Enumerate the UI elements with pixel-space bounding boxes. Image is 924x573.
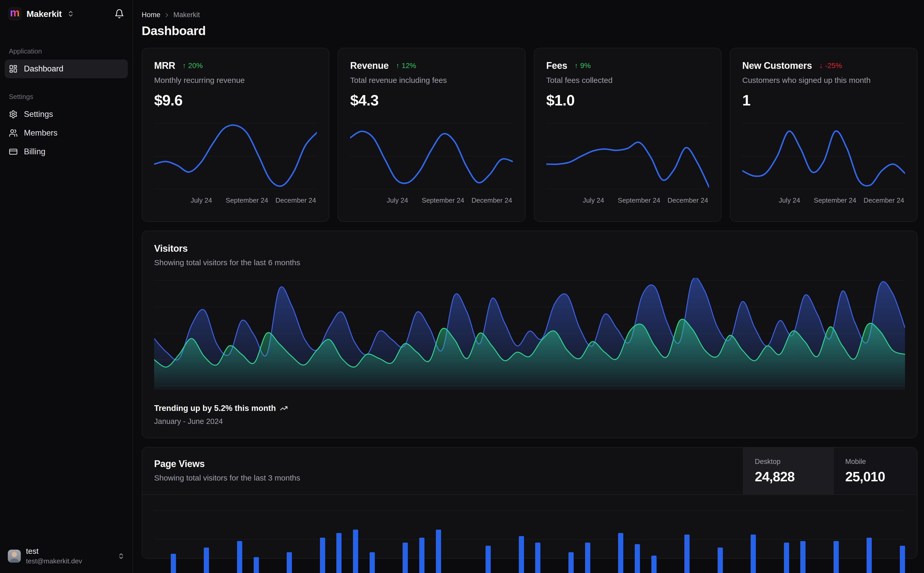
bar [204, 548, 209, 573]
bar [436, 530, 441, 573]
bar [684, 535, 690, 573]
line-chart [154, 121, 317, 191]
x-axis-labels: July 24 September 24 December 24 [546, 195, 709, 206]
gear-icon [9, 110, 18, 119]
bar [618, 533, 623, 573]
sparkline-chart: July 24 September 24 December 24 [154, 121, 317, 206]
page-views-header: Page Views Showing total visitors for th… [142, 448, 917, 495]
notifications-bell-icon[interactable] [115, 9, 124, 19]
user-name: test [26, 547, 82, 556]
page-views-panel: Page Views Showing total visitors for th… [142, 447, 918, 559]
credit-card-icon [9, 147, 18, 156]
sparkline-chart: July 24 September 24 December 24 [742, 121, 905, 206]
page-title: Dashboard [142, 23, 918, 38]
bar [486, 546, 491, 573]
breadcrumb-current: Makerkit [173, 11, 200, 19]
sidebar-nav: Application Dashboard Settings Settings … [5, 47, 128, 161]
trend-badge: ↑ 9% [574, 61, 590, 70]
page-views-bar-chart [154, 495, 905, 573]
nav-group-settings: Settings [5, 93, 128, 101]
bar [353, 530, 358, 573]
trend-value: 20% [188, 61, 203, 70]
x-tick: July 24 [190, 196, 212, 204]
area-chart [154, 278, 905, 390]
breadcrumb-home-link[interactable]: Home [142, 11, 160, 19]
bar-chart [154, 495, 905, 573]
toggle-desktop[interactable]: Desktop 24,828 [743, 448, 833, 494]
x-tick: December 24 [472, 196, 512, 204]
stat-card-title: MRR [154, 60, 175, 71]
bar [336, 533, 342, 573]
chevron-right-icon [163, 12, 170, 19]
sidebar-item-members[interactable]: Members [5, 124, 128, 142]
sidebar-item-dashboard[interactable]: Dashboard [5, 59, 128, 78]
toggle-label: Mobile [845, 458, 917, 466]
bar [718, 548, 723, 573]
toggle-mobile[interactable]: Mobile 25,010 [833, 448, 917, 494]
bar [320, 538, 325, 573]
bar [784, 543, 789, 573]
bar [568, 552, 574, 573]
page-views-subtitle: Showing total visitors for the last 3 mo… [154, 473, 731, 482]
stat-card-new-customers: New Customers ↓ -25% Customers who signe… [730, 48, 918, 222]
sidebar-item-label: Settings [24, 110, 53, 119]
stat-card-title: Fees [546, 60, 567, 71]
x-tick: July 24 [779, 196, 800, 204]
stat-card-description: Monthly recurring revenue [154, 76, 317, 85]
user-menu[interactable]: test test@makerkit.dev [5, 547, 128, 565]
x-tick: December 24 [667, 196, 708, 204]
bar [519, 536, 524, 573]
workspace-switcher-chevrons-icon[interactable] [67, 10, 74, 17]
sidebar-item-label: Dashboard [24, 64, 63, 74]
bar [635, 544, 640, 573]
visitors-trend-text: Trending up by 5.2% this month [154, 404, 276, 413]
arrow-up-icon: ↑ [396, 61, 400, 70]
visitors-panel: Visitors Showing total visitors for the … [142, 231, 918, 438]
users-icon [9, 128, 18, 138]
sparkline-chart: July 24 September 24 December 24 [546, 121, 709, 206]
sidebar-item-billing[interactable]: Billing [5, 142, 128, 161]
stat-card-description: Total fees collected [546, 76, 709, 85]
line-chart [350, 121, 513, 191]
makerkit-logo: m [8, 7, 21, 20]
bar [800, 541, 805, 573]
stat-card-description: Total revenue including fees [350, 76, 513, 85]
bar [237, 541, 242, 573]
trend-value: 9% [580, 61, 590, 70]
line-chart [742, 121, 905, 191]
user-meta: test test@makerkit.dev [26, 547, 82, 565]
stat-card-value: $4.3 [350, 91, 513, 109]
logo-letter: m [10, 8, 19, 20]
page-views-title: Page Views [154, 459, 731, 470]
x-axis-labels: July 24 September 24 December 24 [154, 195, 317, 206]
sidebar-item-settings[interactable]: Settings [5, 105, 128, 124]
stat-card-fees: Fees ↑ 9% Total fees collected $1.0 July… [534, 48, 722, 222]
stat-card-value: $9.6 [154, 91, 317, 109]
nav-group-application: Application [5, 47, 128, 55]
stat-cards-row: MRR ↑ 20% Monthly recurring revenue $9.6… [142, 48, 918, 222]
stat-card-title: Revenue [350, 60, 389, 71]
dashboard-icon [9, 64, 18, 73]
toggle-label: Desktop [755, 458, 833, 466]
bar [751, 535, 756, 573]
visitors-period: January - June 2024 [154, 417, 905, 426]
bar [419, 538, 424, 573]
sidebar-item-label: Billing [24, 147, 45, 157]
bar [287, 552, 292, 573]
bar [535, 543, 540, 573]
breadcrumb: Home Makerkit [142, 11, 918, 19]
stat-card-mrr: MRR ↑ 20% Monthly recurring revenue $9.6… [142, 48, 329, 222]
trend-badge: ↑ 12% [396, 61, 416, 70]
stat-card-description: Customers who signed up this month [742, 76, 905, 85]
sparkline-chart: July 24 September 24 December 24 [350, 121, 513, 206]
trend-value: -25% [825, 61, 842, 70]
x-tick: September 24 [226, 196, 268, 204]
avatar [8, 550, 21, 563]
trending-up-icon [280, 404, 288, 412]
sidebar: m Makerkit Application Dashboard Setting… [0, 0, 133, 573]
arrow-up-icon: ↑ [574, 61, 578, 70]
bar [900, 546, 905, 573]
sidebar-item-label: Members [24, 128, 57, 138]
x-tick: September 24 [422, 196, 464, 204]
stat-card-revenue: Revenue ↑ 12% Total revenue including fe… [337, 48, 525, 222]
